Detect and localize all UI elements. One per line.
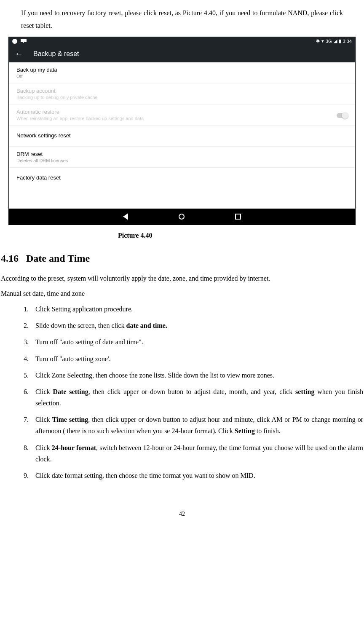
setting-title: Automatic restore <box>16 109 348 115</box>
list-text: Click Date setting, then click upper or … <box>35 386 363 409</box>
blank-area <box>9 188 355 209</box>
section-title: Date and Time <box>26 253 90 264</box>
signal-text: 3G <box>326 39 332 44</box>
list-item: 1. Click Setting application procedure. <box>0 303 363 315</box>
nav-recent-icon[interactable] <box>235 214 241 220</box>
wifi-icon: ▾ <box>321 38 324 44</box>
list-item: 9. Click date format setting, then choos… <box>0 470 363 481</box>
setting-subtitle: When reinstalling an app, restore backed… <box>16 116 348 121</box>
list-number: 3. <box>0 336 35 348</box>
setting-subtitle: Backing up to debug-only private cache <box>16 95 348 100</box>
list-number: 6. <box>0 386 35 409</box>
figure-caption: Picture 4.40 <box>0 232 364 239</box>
list-number: 2. <box>0 320 35 331</box>
screenshot-figure: ✱ ▾ 3G ◢ ▮ 3:34 ← Backup & reset Back up… <box>8 37 356 225</box>
list-item: 5. Click Zone Selecting, then choose the… <box>0 370 363 381</box>
list-item: 2. Slide down the screen, then click dat… <box>0 320 363 331</box>
page-number: 42 <box>0 511 364 517</box>
message-icon <box>21 39 27 43</box>
list-text: Turn off "auto setting zone'. <box>35 353 363 364</box>
app-header: ← Backup & reset <box>9 46 355 62</box>
intro-paragraph: If you need to recovery factory reset, p… <box>21 7 343 32</box>
signal-bars-icon: ◢ <box>334 38 337 44</box>
battery-icon: ▮ <box>339 38 341 44</box>
setting-factory-reset[interactable]: Factory data reset <box>9 168 355 188</box>
list-text: Click date format setting, then choose t… <box>35 470 363 481</box>
steps-list: 1. Click Setting application procedure. … <box>0 303 363 481</box>
list-item: 4. Turn off "auto setting zone'. <box>0 353 363 364</box>
list-text: Click Zone Selecting, then choose the zo… <box>35 370 363 381</box>
list-number: 7. <box>0 414 35 437</box>
list-text: Click Time setting, then click upper or … <box>35 414 363 437</box>
list-number: 4. <box>0 353 35 364</box>
setting-backup-data[interactable]: Back up my data Off <box>9 62 355 83</box>
setting-subtitle: Off <box>16 74 348 79</box>
body-paragraph: According to the preset, system will vol… <box>1 273 363 284</box>
settings-list: Back up my data Off Backup account Backi… <box>9 62 355 209</box>
setting-title: Factory data reset <box>16 174 348 181</box>
nav-back-icon[interactable] <box>123 213 128 220</box>
section-number: 4.16 <box>1 253 19 264</box>
setting-subtitle: Deletes all DRM licenses <box>16 158 348 163</box>
setting-title: Back up my data <box>16 67 348 73</box>
setting-drm-reset[interactable]: DRM reset Deletes all DRM licenses <box>9 147 355 168</box>
back-arrow-icon[interactable]: ← <box>15 49 23 59</box>
list-text: Click 24-hour format, switch between 12-… <box>35 442 363 465</box>
setting-title: Backup account <box>16 88 348 94</box>
setting-backup-account: Backup account Backing up to debug-only … <box>9 83 355 104</box>
clock-text: 3:34 <box>343 39 352 44</box>
list-text: Slide down the screen, then click date a… <box>35 320 363 331</box>
list-number: 8. <box>0 442 35 465</box>
sub-heading: Manual set date, time and zone <box>1 290 363 297</box>
list-text: Turn off "auto setting of date and time"… <box>35 336 363 348</box>
bluetooth-icon: ✱ <box>316 38 320 44</box>
header-title: Backup & reset <box>33 50 79 58</box>
android-nav-bar <box>9 209 355 225</box>
list-item: 6. Click Date setting, then click upper … <box>0 386 363 409</box>
section-heading: 4.16 Date and Time <box>1 253 363 264</box>
setting-title: DRM reset <box>16 151 348 157</box>
status-dot-icon <box>12 39 17 44</box>
nav-home-icon[interactable] <box>179 214 185 220</box>
list-item: 3. Turn off "auto setting of date and ti… <box>0 336 363 348</box>
setting-auto-restore: Automatic restore When reinstalling an a… <box>9 104 355 126</box>
android-status-bar: ✱ ▾ 3G ◢ ▮ 3:34 <box>9 37 355 46</box>
list-number: 9. <box>0 470 35 481</box>
list-number: 5. <box>0 370 35 381</box>
list-item: 8. Click 24-hour format, switch between … <box>0 442 363 465</box>
setting-title: Network settings reset <box>16 132 348 139</box>
setting-network-reset[interactable]: Network settings reset <box>9 126 355 147</box>
toggle-switch[interactable] <box>337 113 348 118</box>
list-text: Click Setting application procedure. <box>35 303 363 315</box>
list-number: 1. <box>0 303 35 315</box>
list-item: 7. Click Time setting, then click upper … <box>0 414 363 437</box>
